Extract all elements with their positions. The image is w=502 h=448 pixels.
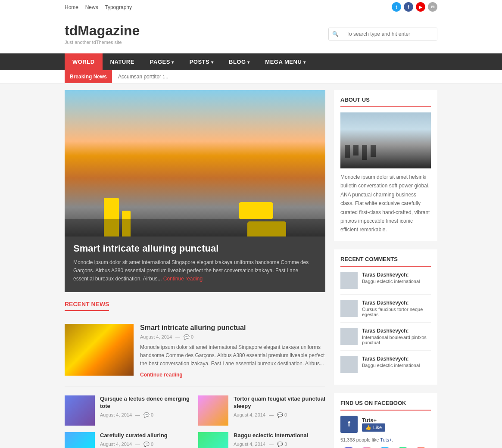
small-article-2-meta: August 4, 2014 — 💬 0: [234, 412, 325, 418]
hero-excerpt: Monocle ipsum dolor sit amet internation…: [73, 258, 317, 283]
small-article-1-title[interactable]: Quisque a lectus donec emerging tote: [100, 395, 192, 410]
small-4-comments: 💬 3: [277, 442, 287, 447]
nav-world[interactable]: WORLD: [65, 53, 103, 70]
hero-caption: Smart intricate alluring punctual Monocl…: [65, 236, 325, 292]
recent-news-title: RECENT NEWS: [65, 301, 109, 311]
small-article-3-title[interactable]: Carefully curated alluring: [100, 432, 192, 439]
featured-article-body: Smart intricate alluring punctual August…: [140, 324, 325, 378]
comment-icon: 💬: [184, 334, 190, 340]
small-article-1: Quisque a lectus donec emerging tote Aug…: [65, 395, 192, 426]
recent-news-section: RECENT NEWS Smart intricate alluring pun…: [65, 301, 325, 448]
small-4-date: August 4, 2014: [234, 442, 265, 447]
small-2-sep: —: [269, 412, 274, 418]
featured-article-image: [65, 324, 134, 376]
small-articles-grid: Quisque a lectus donec emerging tote Aug…: [65, 395, 325, 448]
hero-read-more[interactable]: Continue reading: [163, 276, 203, 282]
nav-news[interactable]: News: [85, 4, 98, 10]
nav-pages[interactable]: PAGES: [142, 53, 182, 70]
small-article-2-title[interactable]: Tortor quam feugiat vitae punctual sleep…: [234, 395, 325, 410]
comment-2-avatar: [340, 300, 358, 317]
comment-1-text: Baggu eclectic international: [362, 279, 431, 284]
fb-page-info: Tuts+ 👍 Like: [362, 417, 385, 432]
small-article-1-body: Quisque a lectus donec emerging tote Aug…: [100, 395, 192, 426]
small-4-sep: —: [269, 442, 274, 447]
youtube-icon[interactable]: ▶: [416, 2, 425, 12]
small-1-date: August 4, 2014: [100, 412, 132, 418]
comment-item-2: Taras Dashkevych: Cursus faucibus tortor…: [340, 300, 431, 323]
comment-3-author: Taras Dashkevych:: [362, 328, 431, 334]
search-input[interactable]: [342, 28, 437, 40]
nav-typography[interactable]: Typography: [105, 4, 132, 10]
breaking-news-text: Accumsan porttitor :...: [112, 70, 175, 83]
comment-2-text: Cursus faucibus tortor neque egestas: [362, 307, 431, 317]
small-article-1-image: [65, 395, 95, 426]
small-2-comments: 💬 0: [277, 412, 287, 418]
fb-like-button[interactable]: 👍 Like: [362, 423, 385, 432]
main-navigation: WORLD NATURE PAGES POSTS BLOG MEGA MENU: [0, 53, 502, 70]
small-1-comments: 💬 0: [143, 412, 153, 418]
site-header: tdMagazine Just another tdThemes site 🔍: [0, 14, 502, 53]
facebook-section: FIND US ON FACEBOOK f Tuts+ 👍 Like 51,36…: [334, 393, 437, 448]
site-logo[interactable]: tdMagazine: [65, 23, 140, 38]
small-3-date: August 4, 2014: [100, 442, 132, 447]
comment-2-body: Taras Dashkevych: Cursus faucibus tortor…: [362, 300, 431, 317]
fb-like-count: 51,368 people like Tuts+.: [340, 437, 431, 442]
top-navigation: Home News Typography: [65, 4, 137, 10]
fb-tuts-link[interactable]: Tuts+: [380, 437, 392, 442]
about-image-inner: [340, 112, 431, 168]
hero-title: Smart intricate alluring punctual: [73, 243, 317, 254]
small-3-sep: —: [135, 442, 140, 447]
nav-home[interactable]: Home: [65, 4, 78, 10]
site-subtitle: Just another tdThemes site: [65, 40, 140, 45]
breaking-news-label: Breaking News: [65, 70, 112, 83]
comment-item-1: Taras Dashkevych: Baggu eclectic interna…: [340, 272, 431, 295]
nav-mega-menu[interactable]: MEGA MENU: [257, 53, 313, 70]
small-article-3-body: Carefully curated alluring August 4, 201…: [100, 432, 192, 448]
comment-1-avatar: [340, 272, 358, 289]
thumbs-up-icon: 👍: [365, 425, 371, 430]
fb-page-name: Tuts+: [362, 417, 385, 423]
featured-article-title[interactable]: Smart intricate alluring punctual: [140, 324, 325, 332]
comment-4-avatar: [340, 356, 358, 373]
about-us-text: Monocle ipsum dolor sit amet helsinki bu…: [340, 173, 431, 234]
small-article-1-meta: August 4, 2014 — 💬 0: [100, 412, 192, 418]
about-us-title: ABOUT US: [340, 96, 431, 107]
twitter-icon[interactable]: t: [392, 2, 401, 12]
hero-post: Smart intricate alluring punctual Monocl…: [65, 90, 325, 292]
recent-news-header: RECENT NEWS: [65, 301, 325, 317]
small-article-4-body: Baggu eclectic international August 4, 2…: [234, 432, 325, 448]
comment-1-body: Taras Dashkevych: Baggu eclectic interna…: [362, 272, 431, 289]
comment-4-body: Taras Dashkevych: Baggu eclectic interna…: [362, 356, 431, 373]
recent-comments-title: RECENT COMMENTS: [340, 256, 431, 267]
comment-3-body: Taras Dashkevych: International boulevar…: [362, 328, 431, 345]
main-content: Smart intricate alluring punctual Monocl…: [65, 90, 325, 448]
small-article-4-image: [198, 432, 228, 448]
comment-1-author: Taras Dashkevych:: [362, 272, 431, 278]
hero-image-bg: [65, 90, 325, 236]
small-3-comments: 💬 0: [143, 442, 153, 447]
comment-item-4: Taras Dashkevych: Baggu eclectic interna…: [340, 356, 431, 378]
small-article-2-image: [198, 395, 228, 426]
small-article-2: Tortor quam feugiat vitae punctual sleep…: [198, 395, 325, 426]
facebook-title: FIND US ON FACEBOOK: [340, 400, 431, 411]
nav-posts[interactable]: POSTS: [182, 53, 221, 70]
search-icon-wrap: 🔍: [329, 28, 342, 40]
featured-read-more[interactable]: Continue reading: [140, 372, 183, 378]
comment-3-avatar: [340, 328, 358, 345]
meta-separator: —: [175, 334, 180, 339]
nav-nature[interactable]: NATURE: [103, 53, 142, 70]
nav-blog[interactable]: BLOG: [221, 53, 257, 70]
facebook-icon[interactable]: f: [404, 2, 413, 12]
small-article-3-image: [65, 432, 95, 448]
comment-2-author: Taras Dashkevych:: [362, 300, 431, 306]
small-article-3-meta: August 4, 2014 — 💬 0: [100, 442, 192, 447]
email-icon[interactable]: ✉: [428, 2, 437, 12]
fb-find-area: f Tuts+ 👍 Like: [340, 416, 431, 433]
small-article-2-body: Tortor quam feugiat vitae punctual sleep…: [234, 395, 325, 426]
small-article-3: Carefully curated alluring August 4, 201…: [65, 432, 192, 448]
small-article-4-title[interactable]: Baggu eclectic international: [234, 432, 325, 439]
small-article-4: Baggu eclectic international August 4, 2…: [198, 432, 325, 448]
breaking-news-bar: Breaking News Accumsan porttitor :...: [0, 70, 502, 84]
comment-4-text: Baggu eclectic international: [362, 363, 431, 368]
comment-3-text: International boulevard pintxos punctual: [362, 335, 431, 345]
